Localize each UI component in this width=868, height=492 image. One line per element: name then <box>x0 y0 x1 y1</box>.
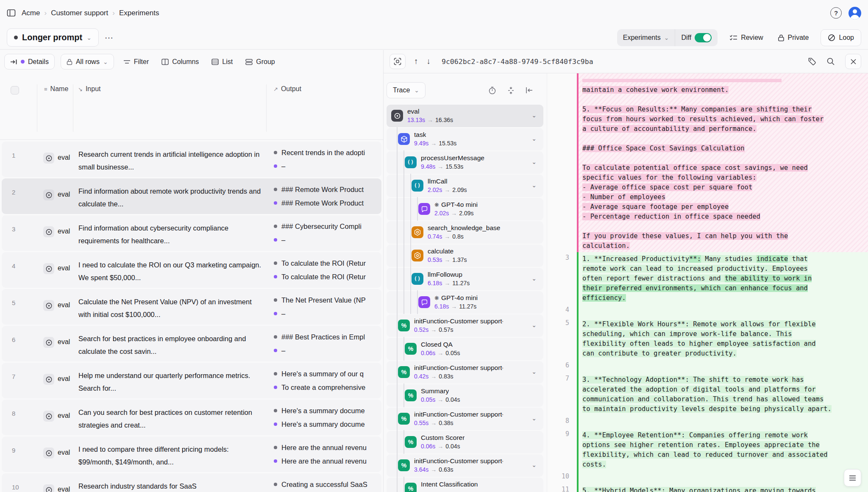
trace-node-gpt-4o-mini[interactable]: ❋GPT-4o mini2.02s→2.09s <box>387 198 543 220</box>
trace-node-initfunction-customer-support-c[interactable]: %initFunction-Customer support-C...0.55s… <box>387 408 543 430</box>
chevron-down-icon[interactable]: ⌄ <box>531 275 537 282</box>
output-score-dot <box>274 225 277 228</box>
span-label: ❋GPT-4o mini <box>434 294 478 302</box>
collapse-panel-icon[interactable] <box>526 87 533 94</box>
next-row-button[interactable]: ↓ <box>427 57 431 66</box>
trace-node-llmfollowup[interactable]: ()llmFollowup6.18s→11.27s⌄ <box>387 268 543 290</box>
diff-viewer[interactable]: maintain a cohesive work environment.5. … <box>547 73 868 492</box>
added-line: 2. **Flexible Work Hours**: Remote work … <box>582 320 868 329</box>
expand-trace-button[interactable] <box>389 54 406 69</box>
trace-node-processusermessage[interactable]: ()processUserMessage9.48s→15.53s⌄ <box>387 151 543 174</box>
added-lines: 5. **Hybrid Models**: Many organizations… <box>577 484 868 492</box>
breadcrumb-project[interactable]: Customer support <box>51 9 108 17</box>
timing-icon[interactable] <box>488 86 496 95</box>
view-mode-label: Experiments <box>623 34 661 42</box>
trace-node-initfunction-customer-support-c[interactable]: %initFunction-Customer support-C...3.64s… <box>387 454 543 477</box>
chevron-down-icon[interactable]: ⌄ <box>531 368 537 375</box>
trace-node-gpt-4o-mini[interactable]: ❋GPT-4o mini6.18s→11.27s <box>387 291 543 314</box>
chevron-down-icon[interactable]: ⌄ <box>531 182 537 189</box>
diff-added-block: 10 <box>547 471 868 484</box>
span-duration: 2.02s→2.09s <box>434 210 474 217</box>
breadcrumb-section[interactable]: Experiments <box>119 9 159 17</box>
table-row[interactable]: 4evalI need to calculate the ROI on our … <box>2 252 381 288</box>
trace-node-eval[interactable]: eval13.13s→16.36s⌄ <box>387 105 543 127</box>
llm-span-icon <box>418 296 430 308</box>
previous-row-button[interactable]: ↑ <box>414 57 418 66</box>
collapse-rows-icon[interactable] <box>507 86 515 95</box>
private-button[interactable]: Private <box>775 33 812 42</box>
trace-node-closed-qa[interactable]: %Closed QA0.06s→0.05s <box>387 338 543 360</box>
trace-node-summary[interactable]: %Summary0.05s→0.04s <box>387 384 543 407</box>
loop-button[interactable]: Loop <box>821 29 861 46</box>
row-number: 4 <box>12 262 15 270</box>
table-row[interactable]: 9evalI need to compare three different p… <box>2 436 381 472</box>
diff-menu-button[interactable] <box>844 469 861 486</box>
more-options-button[interactable]: ⋯ <box>105 33 114 43</box>
table-row[interactable]: 10evalResearch industry standards for Sa… <box>2 473 381 492</box>
avatar[interactable] <box>849 7 861 19</box>
help-icon[interactable]: ? <box>830 7 842 19</box>
output-line: ### Remote Work Product <box>274 196 381 210</box>
chevron-down-icon[interactable]: ⌄ <box>531 461 537 468</box>
column-header-output[interactable]: ↗ Output <box>273 85 301 93</box>
sidebar-toggle-icon[interactable] <box>7 9 16 17</box>
output-score-dot <box>274 459 277 463</box>
score-span-icon: % <box>405 483 417 492</box>
table-row[interactable]: 2evalFind information about remote work … <box>2 178 381 214</box>
columns-button[interactable]: Columns <box>158 58 202 66</box>
diff-line-number: 6 <box>547 360 577 373</box>
trace-node-initfunction-customer-support-c[interactable]: %initFunction-Customer support-C...0.52s… <box>387 314 543 337</box>
added-line: remote work can lead to increased produc… <box>582 264 868 274</box>
checklist-icon <box>729 34 737 41</box>
tag-icon[interactable] <box>808 57 816 66</box>
select-all-checkbox[interactable] <box>11 86 19 95</box>
table-row[interactable]: 5evalCalculate the Net Present Value (NP… <box>2 289 381 325</box>
tree-guide-line <box>397 150 398 174</box>
table-row[interactable]: 3evalFind information about cybersecurit… <box>2 215 381 251</box>
list-label: List <box>222 58 233 66</box>
group-button[interactable]: Group <box>242 58 278 66</box>
table-row[interactable]: 6evalSearch for best practices in employ… <box>2 326 381 361</box>
tree-guide-line <box>403 290 404 314</box>
trace-node-initfunction-customer-support-c[interactable]: %initFunction-Customer support-C...0.42s… <box>387 361 543 384</box>
view-mode-dropdown[interactable]: Experiments ⌄ <box>617 34 675 42</box>
output-score-dot <box>274 238 277 242</box>
chevron-down-icon[interactable]: ⌄ <box>531 415 537 422</box>
diff-toggle[interactable] <box>695 33 712 42</box>
tree-guide-line <box>403 267 404 291</box>
breadcrumb-org[interactable]: Acme <box>22 9 40 17</box>
tree-guide-line <box>397 267 398 291</box>
chevron-down-icon[interactable]: ⌄ <box>531 135 537 142</box>
search-icon[interactable] <box>826 57 835 66</box>
row-output: ### Best Practices in Empl– <box>274 330 381 357</box>
trace-node-custom-scorer[interactable]: %Custom Scorer0.06s→0.04s <box>387 431 543 453</box>
output-line: – <box>274 159 381 173</box>
tree-guide-line <box>397 360 398 384</box>
trace-view-dropdown[interactable]: Trace ⌄ <box>387 82 426 98</box>
table-row[interactable]: 1evalResearch current trends in artifici… <box>2 142 381 177</box>
added-lines: 3. **Technology Adoption**: The shift to… <box>577 373 868 415</box>
diff-line-number: 7 <box>547 373 577 415</box>
experiment-selector[interactable]: Longer prompt ⌄ <box>7 28 99 47</box>
rows-filter-dropdown[interactable]: All rows ⌄ <box>61 54 114 69</box>
trace-node-calculate[interactable]: calculate0.53s→1.37s <box>387 245 543 267</box>
chevron-down-icon[interactable]: ⌄ <box>531 158 537 165</box>
removed-line <box>582 153 868 163</box>
table-row[interactable]: 7evalHelp me understand our quarterly pe… <box>2 363 381 398</box>
trace-node-task[interactable]: task9.49s→15.53s⌄ <box>387 128 543 150</box>
list-button[interactable]: List <box>208 58 236 66</box>
trace-node-llmcall[interactable]: ()llmCall2.02s→2.09s⌄ <box>387 175 543 197</box>
column-header-input[interactable]: ↘ Input <box>78 85 101 93</box>
filter-button[interactable]: Filter <box>120 58 153 66</box>
chevron-down-icon[interactable]: ⌄ <box>531 322 537 328</box>
column-header-name[interactable]: ≡ Name <box>44 85 68 93</box>
chevron-down-icon[interactable]: ⌄ <box>531 112 537 119</box>
close-panel-button[interactable] <box>845 54 861 69</box>
removed-line <box>582 95 868 105</box>
review-button[interactable]: Review <box>727 33 765 42</box>
span-duration: 3.64s→0.63s <box>414 466 453 473</box>
table-row[interactable]: 8evalCan you search for best practices o… <box>2 400 381 435</box>
trace-node-intent-classification[interactable]: %Intent Classification <box>387 478 543 492</box>
trace-node-search-knowledge-base[interactable]: search_knowledge_base0.74s→0.8s <box>387 221 543 244</box>
details-button[interactable]: Details <box>4 54 55 69</box>
